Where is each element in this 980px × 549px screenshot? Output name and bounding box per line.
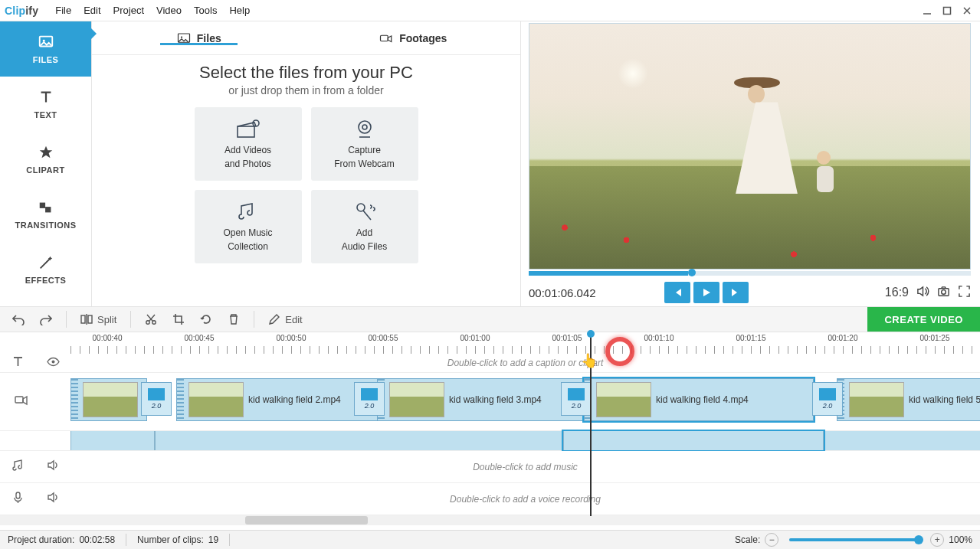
transition-chip[interactable]: 2.0 [561,382,592,416]
status-duration-label: Project duration: [8,534,74,545]
redo-button[interactable] [34,309,58,329]
video-clip[interactable]: kid walking field 3.mp4 [377,378,592,421]
ruler-tick: 00:01:00 [461,334,490,342]
clip-thumbnail [389,382,444,417]
sidebar-item-effects[interactable]: EFFECTS [0,242,91,297]
video-track[interactable]: kid walking field 2.mp4kid walking field… [70,373,980,430]
ruler-tick: 00:00:40 [93,334,123,342]
transition-duration: 2.0 [152,402,162,410]
clip-label: kid walking field 3.mp4 [449,394,542,405]
timeline-scrollbar[interactable] [0,515,980,525]
preview-seek-bar[interactable] [529,271,971,276]
svg-point-11 [362,125,367,129]
create-video-button[interactable]: CREATE VIDEO [867,307,980,332]
music-track[interactable]: Double-click to add music [70,451,980,482]
video-clip[interactable] [70,378,147,421]
app-logo: Clipify [5,5,38,17]
image-icon [38,34,54,51]
tile-capture-webcam[interactable]: Capture From Webcam [311,107,418,181]
clip-thumbnail [83,382,138,417]
transition-chip[interactable]: 2.0 [354,382,385,416]
clip-label: kid walking field 5.mp4 [909,394,980,405]
bar-segment[interactable] [563,431,824,450]
split-label: Split [97,314,116,325]
edit-button[interactable]: Edit [262,309,308,329]
image-icon [177,32,191,44]
status-scale-label: Scale: [735,534,760,545]
ruler-tick: 00:00:55 [369,334,398,342]
tile-label: From Webcam [334,158,394,169]
video-preview[interactable] [529,23,971,270]
window-minimize-icon[interactable] [919,2,936,19]
undo-button[interactable] [6,309,31,329]
sidebar-item-text[interactable]: TEXT [0,77,91,132]
crop-button[interactable] [166,309,191,329]
tile-add-audio-files[interactable]: Add Audio Files [311,190,418,263]
svg-rect-21 [16,492,20,498]
delete-button[interactable] [221,309,246,329]
svg-point-12 [357,204,365,211]
video-clip[interactable]: kid walking field 5.mp4 [837,378,980,421]
menu-project[interactable]: Project [113,5,144,16]
cut-button[interactable] [139,309,163,329]
tab-files[interactable]: Files [92,32,306,44]
clip-handle[interactable] [177,379,184,420]
video-clip[interactable]: kid walking field 4.mp4 [584,378,814,421]
text-icon [38,89,54,106]
clip-handle[interactable] [71,379,78,420]
timeline-ruler[interactable]: 👆 00:00:4000:00:4500:00:5000:00:5500:01:… [0,332,980,354]
sidebar-item-files[interactable]: FILES [0,21,91,77]
menu-edit[interactable]: Edit [84,5,100,16]
clip-label: kid walking field 2.mp4 [248,394,341,405]
transitions-icon [38,199,54,216]
next-frame-button[interactable] [723,282,749,303]
tile-label: Capture [348,145,381,155]
tile-add-videos-photos[interactable]: Add Videos and Photos [195,107,302,181]
sidebar-item-clipart[interactable]: CLIPART [0,132,91,187]
clip-label: kid walking field 4.mp4 [656,394,749,405]
prev-frame-button[interactable] [664,282,690,303]
rotate-button[interactable] [194,309,218,329]
tile-label: Add Videos [225,145,271,155]
bar-segment[interactable] [155,431,563,450]
ruler-tick: 00:00:50 [277,334,306,342]
fullscreen-icon[interactable] [958,285,971,301]
menu-file[interactable]: File [55,5,71,16]
voice-track[interactable]: Double-click to add a voice recording [70,483,980,515]
volume-icon[interactable] [916,285,929,301]
status-clips-value: 19 [208,534,218,545]
menu-video[interactable]: Video [156,5,182,16]
snapshot-icon[interactable] [937,285,950,301]
transition-chip[interactable]: 2.0 [812,382,843,416]
video-bar-track[interactable] [70,431,980,450]
zoom-in-button[interactable]: + [930,533,944,547]
tile-open-music-collection[interactable]: Open Music Collection [195,190,302,263]
menu-help[interactable]: Help [229,5,250,16]
tab-footages[interactable]: Footages [306,32,521,44]
pencil-icon [268,313,280,325]
sidebar-item-transitions[interactable]: TRANSITIONS [0,187,91,242]
ruler-tick: 00:01:10 [644,334,674,342]
visibility-icon[interactable] [47,355,60,371]
zoom-out-button[interactable]: − [765,533,778,547]
window-maximize-icon[interactable] [939,2,955,19]
speaker-icon[interactable] [47,491,60,507]
caption-track[interactable]: Double-click to add a caption or clipart [70,354,980,372]
bar-segment[interactable] [70,431,155,450]
zoom-slider[interactable] [789,538,919,541]
speaker-icon[interactable] [47,459,60,475]
tile-label: and Photos [225,158,271,169]
status-scale-value: 100% [949,534,972,545]
status-duration-value: 00:02:58 [79,534,115,545]
microphone-icon [352,201,377,223]
menu-tools[interactable]: Tools [194,5,217,16]
transition-chip[interactable]: 2.0 [141,382,172,416]
music-track-icon [11,459,25,475]
window-close-icon[interactable] [959,2,975,19]
svg-rect-16 [88,315,92,323]
ruler-tick: 00:01:25 [920,334,950,342]
playhead[interactable] [590,332,592,516]
camcorder-icon [379,32,393,44]
split-button[interactable]: Split [74,309,123,329]
play-button[interactable] [693,282,719,303]
